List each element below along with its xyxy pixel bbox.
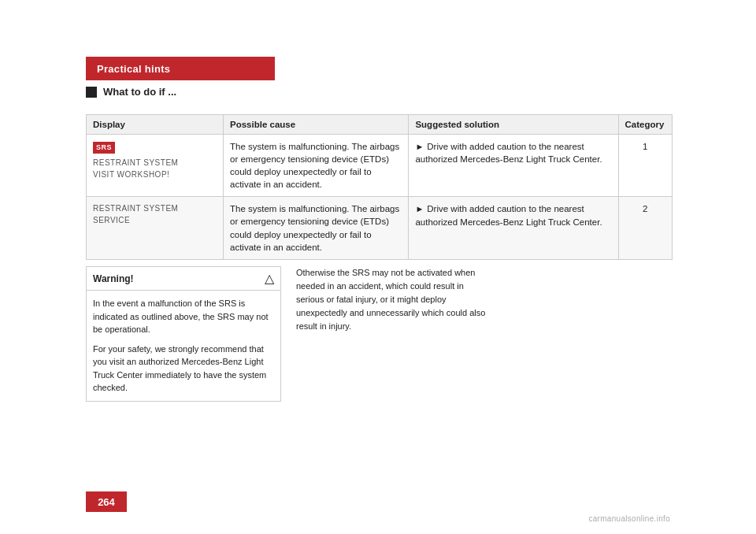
main-table: Display Possible cause Suggested solutio… (86, 114, 673, 260)
col-display: Display (87, 115, 224, 135)
display-text-2: RESTRAINT SYSTEMSERVICE (93, 202, 217, 226)
warning-triangle-icon: △ (265, 271, 274, 286)
sub-header-icon (86, 87, 97, 98)
display-cell-2: RESTRAINT SYSTEMSERVICE (87, 197, 224, 259)
srs-badge: SRS (93, 142, 115, 154)
display-text-1: RESTRAINT SYSTEMVISIT WORKSHOP! (93, 157, 217, 180)
possible-cause-cell-1: The system is malfunctioning. The airbag… (224, 135, 409, 197)
table-row: SRS RESTRAINT SYSTEMVISIT WORKSHOP! The … (87, 135, 673, 197)
category-cell-2: 2 (618, 197, 672, 259)
warning-body: In the event a malfunction of the SRS is… (87, 291, 280, 401)
category-cell-1: 1 (618, 135, 672, 197)
col-category: Category (618, 115, 672, 135)
warning-paragraph-2: For your safety, we strongly recommend t… (93, 343, 274, 395)
page-number: 264 (86, 491, 127, 512)
suggested-solution-cell-2: ►Drive with added caution to the nearest… (409, 197, 618, 259)
warning-paragraph-1: In the event a malfunction of the SRS is… (93, 297, 274, 336)
arrow-icon-1: ► (415, 142, 424, 151)
header-bar: Practical hints (86, 57, 275, 80)
col-possible-cause: Possible cause (224, 115, 409, 135)
warning-label: Warning! (93, 273, 134, 284)
suggested-solution-cell-1: ►Drive with added caution to the nearest… (409, 135, 618, 197)
sub-header-text: What to do if ... (103, 86, 176, 98)
warning-box: Warning! △ In the event a malfunction of… (86, 266, 281, 402)
right-text-block: Otherwise the SRS may not be activated w… (296, 266, 491, 333)
watermark: carmanualsonline.info (588, 514, 670, 523)
sub-header: What to do if ... (86, 86, 176, 98)
possible-cause-cell-2: The system is malfunctioning. The airbag… (224, 197, 409, 259)
arrow-icon-2: ► (415, 204, 424, 213)
right-text-content: Otherwise the SRS may not be activated w… (296, 266, 491, 333)
col-suggested-solution: Suggested solution (409, 115, 618, 135)
header-title: Practical hints (97, 63, 170, 75)
warning-header: Warning! △ (87, 267, 280, 291)
display-cell: SRS RESTRAINT SYSTEMVISIT WORKSHOP! (87, 135, 224, 197)
table-row: RESTRAINT SYSTEMSERVICE The system is ma… (87, 197, 673, 259)
